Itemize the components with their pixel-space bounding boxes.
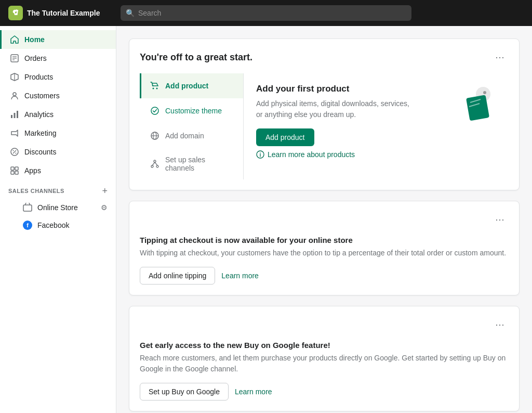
setup-step-sales-channels[interactable]: Set up sales channels: [140, 148, 243, 179]
google-card-more-button[interactable]: ⋯: [491, 317, 509, 332]
learn-more-products-link[interactable]: Learn more about products: [256, 150, 412, 159]
online-store-settings-icon[interactable]: ⚙: [101, 203, 108, 212]
analytics-icon: [10, 110, 19, 119]
sidebar-item-discounts[interactable]: Discounts: [0, 143, 116, 161]
sidebar-item-marketing-label: Marketing: [24, 129, 56, 137]
customize-theme-step-icon: [150, 106, 160, 116]
google-card-description: Reach more customers, and let them purch…: [140, 353, 509, 375]
sales-channels-step-label: Set up sales channels: [165, 156, 235, 172]
add-product-cta-button[interactable]: Add product: [256, 128, 314, 146]
svg-point-12: [13, 150, 14, 151]
svg-rect-17: [15, 171, 18, 174]
store-logo[interactable]: The Tutorial Example: [8, 6, 112, 20]
svg-rect-35: [466, 95, 489, 121]
sidebar-item-customers[interactable]: Customers: [0, 86, 116, 105]
discounts-icon: [10, 147, 19, 157]
add-sales-channel-button[interactable]: +: [102, 186, 108, 196]
sidebar-item-apps-label: Apps: [24, 166, 41, 175]
setup-detail-heading: Add your first product: [256, 84, 412, 94]
tipping-card-more-button[interactable]: ⋯: [491, 212, 509, 227]
svg-point-34: [483, 91, 486, 94]
tipping-card: ⋯ Tipping at checkout is now available f…: [129, 201, 520, 295]
facebook-label: Facebook: [37, 221, 69, 229]
tipping-card-header: ⋯: [140, 212, 509, 227]
facebook-icon: f: [23, 221, 32, 230]
svg-line-29: [155, 162, 157, 165]
google-learn-more-link[interactable]: Learn more: [235, 388, 272, 396]
svg-point-19: [153, 88, 154, 89]
svg-rect-15: [15, 167, 18, 170]
marketing-icon: [10, 128, 19, 138]
add-domain-step-label: Add domain: [165, 132, 204, 140]
svg-point-13: [16, 153, 17, 154]
google-card-header: ⋯: [140, 317, 509, 332]
svg-line-28: [152, 162, 155, 165]
svg-rect-16: [11, 171, 14, 174]
sidebar-item-marketing[interactable]: Marketing: [0, 124, 116, 143]
tipping-card-description: With tipping at checkout, your customers…: [140, 248, 509, 259]
svg-point-32: [260, 152, 261, 153]
sidebar-item-orders[interactable]: Orders: [0, 49, 116, 68]
info-icon: [256, 150, 264, 159]
search-container: 🔍: [121, 5, 411, 21]
sales-channels-title: SALES CHANNELS: [8, 188, 64, 194]
setup-card: You're off to a great start. ⋯ Add produ…: [129, 38, 520, 190]
setup-steps-list: Add product Customize theme Add domain: [140, 73, 244, 179]
tipping-card-body-title: Tipping at checkout is now available for…: [140, 236, 509, 244]
svg-rect-18: [23, 205, 32, 211]
sidebar-item-home[interactable]: Home: [0, 30, 116, 49]
setup-card-title: You're off to a great start.: [140, 52, 252, 63]
setup-detail-text: Add your first product Add physical item…: [256, 84, 412, 159]
setup-detail-description: Add physical items, digital downloads, s…: [256, 98, 412, 120]
sidebar-item-analytics[interactable]: Analytics: [0, 105, 116, 124]
products-icon: [10, 72, 19, 82]
sales-channels-step-icon: [150, 159, 160, 169]
sidebar: Home Orders Products Customers: [0, 26, 116, 413]
google-card: ⋯ Get early access to the new Buy on Goo…: [129, 306, 520, 411]
svg-rect-14: [11, 167, 14, 170]
main-content: You're off to a great start. ⋯ Add produ…: [116, 26, 532, 413]
sidebar-item-customers-label: Customers: [24, 92, 60, 100]
sidebar-item-online-store[interactable]: Online Store ⚙: [0, 199, 116, 216]
add-domain-step-icon: [150, 131, 160, 141]
customers-icon: [10, 91, 19, 100]
setup-detail: Add your first product Add physical item…: [244, 73, 509, 179]
add-online-tipping-button[interactable]: Add online tipping: [140, 267, 215, 285]
sidebar-item-analytics-label: Analytics: [24, 110, 54, 119]
setup-step-add-domain[interactable]: Add domain: [140, 123, 243, 148]
topbar: The Tutorial Example 🔍: [0, 0, 532, 26]
sidebar-item-apps[interactable]: Apps: [0, 161, 116, 180]
sidebar-item-discounts-label: Discounts: [24, 148, 56, 156]
svg-point-6: [13, 93, 16, 96]
svg-point-21: [151, 107, 158, 114]
tipping-card-actions: Add online tipping Learn more: [140, 267, 509, 285]
svg-rect-7: [11, 115, 12, 118]
setup-content: Add product Customize theme Add domain: [140, 73, 509, 179]
add-product-step-label: Add product: [165, 82, 208, 90]
google-card-body-title: Get early access to the new Buy on Googl…: [140, 341, 509, 350]
tipping-learn-more-link[interactable]: Learn more: [221, 272, 259, 280]
search-input[interactable]: [121, 5, 411, 21]
google-card-actions: Set up Buy on Google Learn more: [140, 383, 509, 401]
svg-point-27: [156, 165, 158, 167]
learn-more-products-label: Learn more about products: [268, 150, 355, 159]
home-icon: [10, 35, 19, 44]
sidebar-item-products-label: Products: [24, 73, 53, 81]
setup-buy-on-google-button[interactable]: Set up Buy on Google: [140, 383, 229, 401]
store-name: The Tutorial Example: [27, 9, 100, 17]
svg-point-25: [154, 160, 156, 162]
sales-channels-section: SALES CHANNELS +: [0, 180, 116, 199]
sidebar-item-home-label: Home: [24, 35, 45, 44]
setup-card-header: You're off to a great start. ⋯: [140, 49, 509, 65]
svg-rect-8: [14, 113, 16, 118]
setup-step-add-product[interactable]: Add product: [140, 73, 243, 98]
svg-rect-0: [8, 6, 23, 20]
orders-icon: [10, 54, 19, 63]
apps-icon: [10, 166, 19, 175]
setup-step-customize-theme[interactable]: Customize theme: [140, 98, 243, 123]
setup-card-more-button[interactable]: ⋯: [491, 49, 509, 65]
svg-point-26: [151, 165, 153, 167]
sidebar-item-products[interactable]: Products: [0, 68, 116, 86]
sidebar-item-facebook[interactable]: f Facebook: [0, 216, 116, 234]
product-illustration: [455, 84, 496, 125]
